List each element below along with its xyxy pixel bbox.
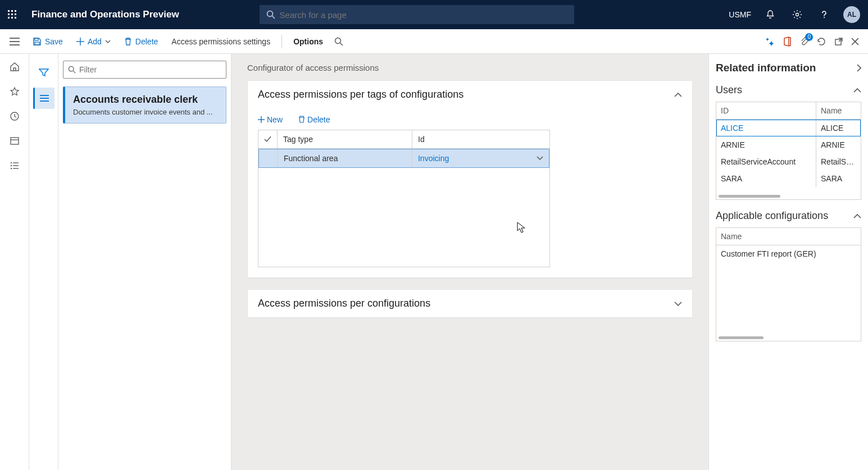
left-nav-rail [0, 54, 29, 470]
settings-label: Access permissions settings [171, 37, 270, 46]
grid-row-selected[interactable]: Functional area Invoicing [258, 149, 549, 168]
configs-header-name[interactable]: Name [716, 228, 850, 245]
nav-modules[interactable] [10, 161, 20, 171]
settings-button[interactable] [789, 7, 805, 22]
record-card-selected[interactable]: Accounts receivable clerk Documents cust… [63, 86, 226, 124]
users-header-name[interactable]: Name [816, 102, 859, 119]
nav-workspaces[interactable] [10, 136, 20, 146]
options-label: Options [293, 37, 323, 46]
notifications-button[interactable] [762, 7, 778, 22]
app-launcher[interactable] [4, 7, 20, 22]
list-filter-box[interactable] [63, 61, 226, 79]
save-button[interactable]: Save [27, 33, 69, 51]
top-navbar: Finance and Operations Preview USMF AL [0, 0, 868, 29]
grid-cell-tagtype[interactable]: Functional area [278, 149, 412, 167]
chevron-up-icon [674, 93, 682, 97]
configs-section-header[interactable]: Applicable configurations [716, 210, 861, 222]
users-title: Users [716, 84, 742, 96]
main-content: Configurator of access permissions Acces… [231, 54, 708, 470]
nav-favorites[interactable] [10, 86, 20, 97]
toolbar-divider [281, 35, 282, 48]
configs-table: Name Customer FTI report (GER) [716, 227, 861, 341]
users-row[interactable]: ARNIE ARNIE [716, 136, 861, 153]
company-indicator[interactable]: USMF [729, 10, 751, 19]
options-button[interactable]: Options [288, 33, 329, 51]
chevron-down-icon [674, 302, 682, 306]
grid-header-tagtype[interactable]: Tag type [278, 130, 412, 148]
svg-rect-2 [15, 10, 16, 12]
users-cell-name: SARA [816, 170, 859, 187]
attachments-button[interactable]: 0 [799, 36, 808, 47]
global-search[interactable] [260, 5, 574, 24]
list-filter-toggle[interactable] [33, 62, 54, 83]
dropdown-caret[interactable] [537, 156, 543, 161]
svg-rect-8 [15, 17, 16, 19]
panel-tags-header[interactable]: Access permissions per tags of configura… [248, 81, 692, 108]
grid-delete-label: Delete [307, 115, 330, 124]
close-button[interactable] [851, 38, 859, 45]
users-row[interactable]: ALICE ALICE [716, 120, 861, 136]
search-icon [68, 66, 76, 74]
users-cell-name: ARNIE [816, 136, 859, 153]
related-info-expand[interactable] [857, 64, 861, 72]
add-label: Add [88, 37, 102, 46]
toolbar-search-button[interactable] [331, 33, 347, 51]
workspace-icon [10, 136, 20, 146]
hamburger-button[interactable] [4, 31, 25, 52]
users-header-id[interactable]: ID [716, 102, 816, 119]
lines-icon [39, 94, 49, 102]
sparkle-icon [765, 36, 775, 47]
list-filter-input[interactable] [79, 65, 221, 74]
search-icon [334, 37, 343, 46]
nav-home[interactable] [10, 62, 20, 72]
svg-rect-7 [11, 17, 13, 19]
plus-icon [76, 38, 84, 45]
chevron-down-icon [537, 156, 543, 161]
grid-row-check[interactable] [259, 149, 278, 167]
grid-cell-id[interactable]: Invoicing [412, 149, 549, 167]
add-button[interactable]: Add [71, 33, 116, 51]
users-section-header[interactable]: Users [716, 84, 861, 96]
svg-rect-4 [11, 13, 13, 15]
nav-recent[interactable] [10, 111, 20, 121]
configs-row[interactable]: Customer FTI report (GER) [716, 245, 861, 262]
filter-icon [39, 68, 49, 77]
hamburger-icon [10, 38, 20, 45]
user-avatar[interactable]: AL [843, 6, 860, 23]
delete-button[interactable]: Delete [119, 33, 163, 51]
popout-button[interactable] [834, 37, 843, 46]
configs-horizontal-scrollbar[interactable] [716, 335, 861, 341]
grid-cell-id-value: Invoicing [418, 154, 449, 163]
svg-point-28 [10, 162, 11, 163]
global-search-input[interactable] [280, 10, 567, 20]
users-cell-id: ALICE [716, 120, 816, 136]
grid-delete-button[interactable]: Delete [295, 114, 333, 125]
svg-point-29 [10, 165, 11, 166]
grid-select-all[interactable] [258, 130, 278, 148]
plus-icon [258, 116, 265, 123]
users-horizontal-scrollbar[interactable] [716, 194, 861, 199]
users-cell-name: RetailServ [816, 153, 859, 170]
refresh-button[interactable] [816, 36, 826, 47]
users-row[interactable]: RetailServiceAccount RetailServ [716, 153, 861, 170]
page-breadcrumb: Configurator of access permissions [247, 63, 693, 72]
grid-new-button[interactable]: New [255, 114, 286, 125]
grid-header-id[interactable]: Id [412, 130, 549, 148]
access-permissions-settings-button[interactable]: Access permissions settings [166, 33, 276, 51]
help-button[interactable] [816, 7, 832, 22]
list-view-toggle[interactable] [33, 88, 54, 109]
office-icon [783, 36, 792, 47]
panel-configs-header[interactable]: Access permissions per configurations [248, 290, 692, 317]
svg-rect-16 [35, 38, 38, 40]
list-icon [10, 161, 20, 171]
users-row[interactable]: SARA SARA [716, 170, 861, 187]
office-button[interactable] [783, 36, 792, 47]
related-info-title: Related information [716, 62, 816, 74]
close-icon [851, 38, 859, 45]
copilot-button[interactable] [765, 36, 775, 47]
svg-rect-5 [15, 13, 16, 15]
search-icon [266, 10, 275, 19]
trash-icon [124, 37, 132, 46]
trash-icon [298, 116, 305, 124]
attachments-badge: 0 [805, 33, 813, 41]
